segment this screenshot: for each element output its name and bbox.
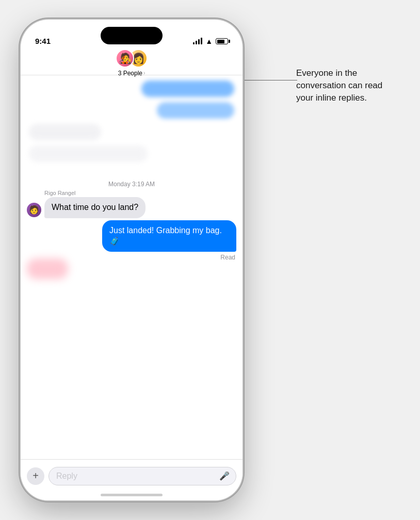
wifi-icon: ▲ <box>205 37 213 45</box>
reply-input[interactable]: Reply 🎤 <box>49 467 236 485</box>
received-bubble[interactable]: What time do you land? <box>44 197 146 218</box>
battery-icon <box>216 38 228 44</box>
status-time: 9:41 <box>35 37 51 45</box>
sender-avatar: 🧑 <box>27 203 41 217</box>
avatars-row: 🧑‍🎤 👩 <box>116 48 148 69</box>
sent-bubble[interactable]: Just landed! Grabbing my bag. 🧳 <box>102 220 236 252</box>
chevron-icon: › <box>143 70 145 76</box>
scene: Everyone in the conversation can read yo… <box>0 0 420 520</box>
nav-area[interactable]: 🧑‍🎤 👩 3 People › <box>21 50 243 75</box>
time-separator: Monday 3:19 AM <box>21 181 243 188</box>
callout-line <box>235 80 297 80</box>
add-button[interactable]: + <box>27 467 44 485</box>
avatar-1: 🧑‍🎤 <box>116 49 134 68</box>
status-icons: ▲ <box>193 37 228 45</box>
blurred-messages <box>21 75 243 172</box>
reply-placeholder: Reply <box>56 472 77 481</box>
sent-message-row: Just landed! Grabbing my bag. 🧳 <box>21 220 243 252</box>
messages-container: Monday 3:19 AM Rigo Rangel 🧑 What time d… <box>21 75 243 459</box>
contacts-cluster[interactable]: 🧑‍🎤 👩 3 People › <box>116 48 148 77</box>
iphone-frame: 9:41 ▲ 🧑‍🎤 <box>21 20 243 500</box>
mic-icon[interactable]: 🎤 <box>219 471 230 481</box>
contact-label[interactable]: 3 People › <box>118 70 146 77</box>
sender-name: Rigo Rangel <box>44 190 243 196</box>
bottom-fade <box>21 428 243 459</box>
callout-text: Everyone in the conversation can read yo… <box>296 67 410 104</box>
home-indicator <box>101 494 163 496</box>
received-message-row: 🧑 What time do you land? <box>21 197 243 218</box>
partial-bubble <box>27 258 68 279</box>
dynamic-island <box>101 27 163 44</box>
signal-icon <box>193 38 202 44</box>
